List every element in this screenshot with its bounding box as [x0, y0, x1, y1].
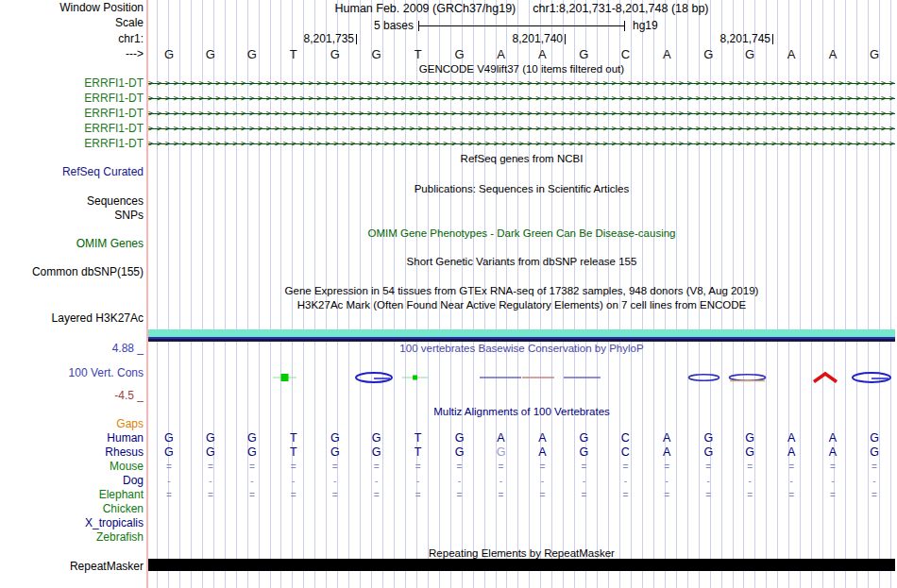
multiz-alignment-cell: =: [190, 489, 231, 501]
genome-browser-image[interactable]: Human Feb. 2009 (GRCh37/hg19)chr1:8,201,…: [0, 0, 897, 588]
multiz-alignment-cell: =: [646, 461, 687, 473]
coordinate-label: 8,201,735: [279, 33, 354, 44]
multiz-species-label-x_tropicalis[interactable]: X_tropicalis: [0, 517, 144, 529]
assembly-label: Human Feb. 2009 (GRCh37/hg19): [334, 2, 516, 15]
multiz-species-label-dog[interactable]: Dog: [0, 475, 144, 487]
multiz-alignment-cell: =: [398, 489, 439, 501]
multiz-species-label-mouse[interactable]: Mouse: [0, 461, 144, 473]
coordinate-label: 8,201,745: [695, 33, 770, 44]
multiz-species-label-human[interactable]: Human: [0, 432, 144, 445]
gene-item-label[interactable]: ERRFI1-DT: [0, 77, 144, 90]
gene-transcript-arrows[interactable]: >>>>>>>>>>>>>>>>>>>>>>>>>>>>>>>>>>>>>>>>…: [148, 123, 895, 134]
multiz-alignment-cell: =: [314, 489, 356, 501]
multiz-alignment-cell: =: [812, 489, 854, 501]
multiz-alignment-cell: T: [398, 432, 439, 445]
strand-arrow: --->: [0, 48, 144, 60]
gene-item-label[interactable]: ERRFI1-DT: [0, 138, 144, 150]
gene-item-label[interactable]: ERRFI1-DT: [0, 108, 144, 120]
multiz-alignment-cell: -: [190, 475, 231, 487]
multiz-alignment-cell: A: [646, 432, 687, 445]
multiz-alignment-cell: -: [356, 475, 398, 487]
multiz-alignment-cell: A: [522, 446, 564, 459]
multiz-alignment-cell: C: [604, 446, 646, 459]
multiz-alignment-cell: =: [356, 461, 398, 473]
repeatmasker-title: Repeating Elements by RepeatMasker: [148, 547, 895, 560]
multiz-alignment-cell: A: [812, 432, 854, 445]
track-label-repeatmasker[interactable]: RepeatMasker: [0, 561, 144, 573]
gene-item-label[interactable]: ERRFI1-DT: [0, 92, 144, 105]
phylop-title: 100 vertebrates Basewise Conservation by…: [148, 343, 895, 355]
multiz-species-label-rhesus[interactable]: Rhesus: [0, 446, 144, 459]
multiz-alignment-cell: -: [812, 475, 854, 487]
window-position-label: Window Position: [0, 2, 144, 14]
gene-item-label[interactable]: ERRFI1-DT: [0, 123, 144, 135]
repeatmasker-element-bar[interactable]: [148, 559, 895, 571]
conservation-glyph: [687, 371, 720, 384]
multiz-alignment-cell: =: [148, 461, 190, 473]
multiz-species-label-zebrafish[interactable]: Zebrafish: [0, 531, 144, 544]
track-label-100-vert-cons[interactable]: 100 Vert. Cons: [0, 367, 144, 379]
reference-base: G: [356, 48, 398, 60]
reference-base: G: [439, 48, 481, 60]
gene-transcript-arrows[interactable]: >>>>>>>>>>>>>>>>>>>>>>>>>>>>>>>>>>>>>>>>…: [148, 108, 895, 119]
multiz-alignment-cell: =: [854, 489, 895, 501]
multiz-alignment-cell: =: [314, 461, 356, 473]
multiz-species-label-gaps[interactable]: Gaps: [0, 418, 144, 430]
h3k27ac-title: H3K27Ac Mark (Often Found Near Active Re…: [148, 299, 895, 311]
multiz-alignment-cell: =: [273, 461, 314, 473]
multiz-alignment-cell: =: [190, 461, 231, 473]
multiz-alignment-cell: G: [687, 446, 729, 459]
reference-base: G: [148, 48, 190, 60]
multiz-alignment-cell: =: [604, 489, 646, 501]
multiz-alignment-cell: G: [148, 446, 190, 459]
multiz-alignment-cell: -: [231, 475, 273, 487]
genome-version-label: hg19: [633, 20, 658, 31]
multiz-alignment-cell: A: [481, 432, 522, 445]
multiz-alignment-cell: G: [231, 446, 273, 459]
gencode-title: GENCODE V49lift37 (10 items filtered out…: [148, 63, 895, 76]
multiz-alignment-cell: -: [398, 475, 439, 487]
scale-ruler-right-tick: [624, 21, 625, 31]
multiz-alignment-cell: =: [481, 489, 522, 501]
reference-base: A: [522, 48, 564, 60]
multiz-title: Multiz Alignments of 100 Vertebrates: [148, 406, 895, 418]
multiz-alignment-cell: =: [356, 489, 398, 501]
gene-transcript-arrows[interactable]: >>>>>>>>>>>>>>>>>>>>>>>>>>>>>>>>>>>>>>>>…: [148, 138, 895, 149]
conservation-glyph: [480, 371, 521, 384]
multiz-alignment-cell: A: [770, 432, 812, 445]
track-label-omim-genes[interactable]: OMIM Genes: [0, 238, 144, 250]
multiz-alignment-cell: A: [812, 446, 854, 459]
reference-base: A: [770, 48, 812, 60]
track-label-sequences[interactable]: Sequences: [0, 195, 144, 208]
multiz-species-label-elephant[interactable]: Elephant: [0, 489, 144, 501]
dbsnp-title: Short Genetic Variants from dbSNP releas…: [148, 256, 895, 268]
multiz-alignment-cell: -: [604, 475, 646, 487]
gene-transcript-arrows[interactable]: >>>>>>>>>>>>>>>>>>>>>>>>>>>>>>>>>>>>>>>>…: [148, 92, 895, 104]
conservation-axis-min: -4.5 _: [0, 390, 144, 402]
position-range-label: chr1:8,201,731-8,201,748 (18 bp): [533, 2, 708, 15]
track-label-common-dbsnp[interactable]: Common dbSNP(155): [0, 266, 144, 278]
reference-base: A: [646, 48, 687, 60]
track-label-snps[interactable]: SNPs: [0, 210, 144, 222]
multiz-alignment-cell: G: [854, 432, 895, 445]
multiz-species-label-chicken[interactable]: Chicken: [0, 503, 144, 515]
track-label-layered-h3k27ac[interactable]: Layered H3K27Ac: [0, 312, 144, 325]
multiz-alignment-cell: =: [231, 461, 273, 473]
multiz-alignment-cell: -: [563, 475, 604, 487]
gene-transcript-arrows[interactable]: >>>>>>>>>>>>>>>>>>>>>>>>>>>>>>>>>>>>>>>>…: [148, 77, 895, 89]
reference-base: T: [398, 48, 439, 60]
h3k27ac-signal-bar[interactable]: [148, 329, 895, 337]
track-label-refseq-curated[interactable]: RefSeq Curated: [0, 166, 144, 178]
conservation-glyph: [564, 371, 601, 384]
reference-base: A: [812, 48, 854, 60]
multiz-alignment-cell: G: [190, 432, 231, 445]
multiz-alignment-cell: -: [770, 475, 812, 487]
h3k27ac-signal-base: [148, 339, 895, 342]
coordinate-label: 8,201,740: [487, 33, 563, 44]
multiz-alignment-cell: =: [812, 461, 854, 473]
multiz-alignment-cell: =: [770, 461, 812, 473]
multiz-alignment-cell: G: [481, 446, 522, 459]
multiz-alignment-cell: G: [729, 446, 770, 459]
multiz-alignment-cell: G: [148, 432, 190, 445]
multiz-alignment-cell: =: [729, 489, 770, 501]
